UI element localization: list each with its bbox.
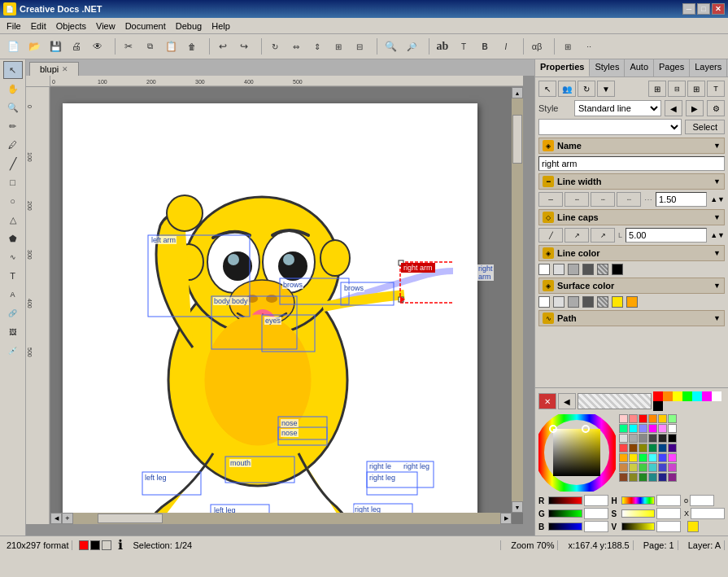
select-tool[interactable]: ↖: [3, 61, 23, 79]
strip-magenta[interactable]: [702, 391, 712, 401]
tab-properties[interactable]: Properties: [535, 59, 590, 76]
swatch-18[interactable]: [619, 444, 628, 452]
path-section-header[interactable]: ∿ Path ▼: [538, 310, 725, 326]
swatch-4[interactable]: [658, 414, 667, 423]
hscroll-left[interactable]: ◀: [50, 513, 62, 524]
swatch-3[interactable]: [648, 414, 657, 423]
canvas-content[interactable]: left arm body body brows brows eyes nose…: [50, 87, 523, 524]
swatch-7[interactable]: [629, 424, 638, 433]
linewidth-section-header[interactable]: ━ Line width ▼: [538, 173, 725, 190]
swatch-5[interactable]: [668, 414, 677, 423]
swatch-38[interactable]: [639, 473, 647, 482]
link-tool[interactable]: 🔗: [3, 304, 23, 322]
swatch-24[interactable]: [619, 453, 628, 462]
surfacecolor-white[interactable]: [538, 296, 550, 308]
font-button[interactable]: T: [454, 37, 473, 55]
swatch-34[interactable]: [658, 463, 667, 472]
swatch-41[interactable]: [668, 473, 677, 482]
menu-debug[interactable]: Debug: [171, 20, 207, 33]
swatch-8[interactable]: [639, 424, 647, 433]
flip-h-button[interactable]: ⇔: [286, 37, 306, 55]
swatch-17[interactable]: [668, 434, 677, 443]
style-next[interactable]: ▶: [686, 100, 704, 116]
maximize-button[interactable]: □: [697, 3, 710, 15]
line-tool[interactable]: ╱: [3, 155, 23, 173]
h-track[interactable]: [621, 496, 656, 505]
swatch-15[interactable]: [648, 434, 657, 443]
vscroll-thumb[interactable]: [512, 115, 522, 164]
grid-button[interactable]: ⊞: [558, 37, 578, 55]
pencil-tool[interactable]: ✏: [3, 117, 23, 135]
surfacecolor-darkgray[interactable]: [582, 296, 594, 308]
swatch-23[interactable]: [668, 444, 677, 452]
redo-button[interactable]: ↪: [234, 37, 254, 55]
cut-button[interactable]: ✂: [119, 37, 138, 55]
surfacecolor-yellow[interactable]: [612, 296, 623, 308]
linewidth-input[interactable]: [656, 192, 707, 207]
hscroll-add[interactable]: +: [62, 513, 73, 524]
linecaps-section-header[interactable]: ◇ Line caps ▼: [538, 209, 725, 225]
prop-tb-grid[interactable]: ⊞: [648, 81, 666, 97]
swatch-30[interactable]: [619, 463, 628, 472]
zoom-in-button[interactable]: 🔍: [381, 37, 400, 55]
swatch-1[interactable]: [629, 414, 638, 423]
window-controls[interactable]: ─ □ ✕: [682, 3, 725, 15]
menu-view[interactable]: View: [91, 20, 120, 33]
menu-help[interactable]: Help: [207, 20, 235, 33]
prop-tb-down[interactable]: ▼: [597, 81, 615, 97]
surfacecolor-section-header[interactable]: ◈ Surface color ▼: [538, 278, 725, 294]
rect-tool[interactable]: □: [3, 173, 23, 191]
tab-close-icon[interactable]: ✕: [62, 65, 68, 73]
r-track[interactable]: [548, 496, 582, 505]
hscroll-track[interactable]: [73, 513, 500, 524]
text-button[interactable]: ab: [433, 37, 452, 55]
style-prev[interactable]: ◀: [665, 100, 682, 116]
linecolor-darkgray[interactable]: [582, 264, 594, 275]
swatch-35[interactable]: [668, 463, 677, 472]
swatch-29[interactable]: [668, 453, 677, 462]
strip-cyan[interactable]: [692, 391, 702, 401]
swatch-13[interactable]: [629, 434, 638, 443]
menu-edit[interactable]: Edit: [26, 20, 51, 33]
status-info-button[interactable]: ℹ: [118, 537, 123, 553]
s-input[interactable]: 100%: [656, 508, 681, 519]
swatch-40[interactable]: [658, 473, 667, 482]
vscroll-down[interactable]: ▼: [512, 501, 523, 513]
linecaps-input[interactable]: [626, 228, 707, 243]
v-track[interactable]: [621, 522, 656, 531]
print-button[interactable]: 🖨: [67, 37, 86, 55]
prop-tb-plus[interactable]: ⊞: [687, 81, 705, 97]
close-button[interactable]: ✕: [712, 3, 725, 15]
canvas-scroll-area[interactable]: 0 100 200 300 400 500 0 100 200 300 400: [26, 76, 534, 535]
swatch-32[interactable]: [639, 463, 647, 472]
swatch-37[interactable]: [629, 473, 638, 482]
new-button[interactable]: 📄: [3, 37, 23, 55]
color-wheel-wrapper[interactable]: [538, 414, 616, 492]
name-section-header[interactable]: ◈ Name ▼: [538, 138, 725, 154]
triangle-tool[interactable]: △: [3, 211, 23, 229]
linecolor-white[interactable]: [538, 264, 550, 275]
zoom-tool[interactable]: 🔍: [3, 98, 23, 116]
open-button[interactable]: 📂: [24, 37, 44, 55]
select-button[interactable]: Select: [685, 120, 725, 134]
group-button[interactable]: ⊞: [329, 37, 348, 55]
style-settings[interactable]: ⚙: [707, 100, 725, 116]
swatch-27[interactable]: [648, 453, 657, 462]
cap-arrow1[interactable]: ↗: [565, 228, 589, 243]
v-input[interactable]: 100%: [656, 521, 681, 532]
tab-auto[interactable]: Auto: [625, 59, 654, 76]
colorpicker-prev[interactable]: ◀: [558, 393, 576, 409]
swatch-22[interactable]: [658, 444, 667, 452]
swatch-31[interactable]: [629, 463, 638, 472]
textbox-tool[interactable]: A: [3, 286, 23, 304]
swatch-39[interactable]: [648, 473, 657, 482]
vscrollbar[interactable]: ▲ ▼: [512, 87, 523, 513]
tab-styles[interactable]: Styles: [590, 59, 625, 76]
poly-tool[interactable]: ⬟: [3, 229, 23, 247]
name-input[interactable]: [538, 156, 725, 171]
s-track[interactable]: [621, 509, 656, 518]
o-input[interactable]: 255: [690, 495, 714, 506]
italic-button[interactable]: I: [496, 37, 516, 55]
canvas-tab-blupi[interactable]: blupi ✕: [29, 62, 79, 76]
swatch-6[interactable]: [619, 424, 628, 433]
